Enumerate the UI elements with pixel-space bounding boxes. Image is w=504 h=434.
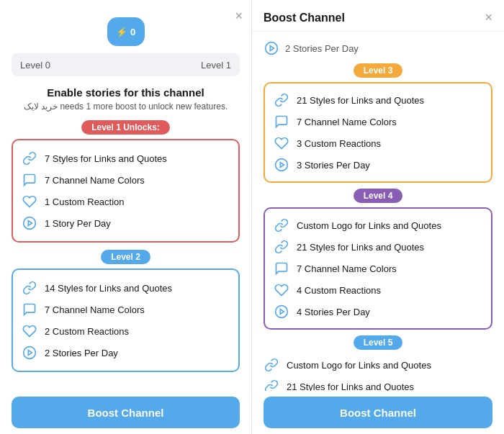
level2-item-1: 14 Styles for Links and Quotes	[22, 277, 230, 299]
svg-point-0	[24, 217, 36, 230]
level1-item-3: 1 Custom Reaction	[22, 191, 230, 212]
right-panel-title: Boost Channel	[264, 12, 345, 24]
close-button-right[interactable]: ×	[485, 10, 492, 25]
boost-count: 0	[130, 27, 135, 37]
svg-point-8	[276, 306, 288, 318]
level2-badge-container: Level 2	[12, 250, 240, 264]
level3-section: Level 3 21 Styles for Links and Quotes 7…	[264, 63, 492, 183]
level2-item-2-text: 7 Channel Name Colors	[45, 304, 145, 315]
level3-item-1-text: 21 Styles for Links and Quotes	[297, 95, 424, 106]
level2-item-3-text: 2 Custom Reactions	[45, 326, 129, 337]
level4-item-4: 4 Stories Per Day	[274, 301, 482, 322]
level1-item-2: 7 Channel Name Colors	[22, 169, 230, 191]
level2-feature-box: 14 Styles for Links and Quotes 7 Channel…	[12, 268, 240, 372]
level3-item-2: 7 Channel Name Colors	[274, 111, 482, 132]
right-panel: Boost Channel × 2 Stories Per Day Level …	[252, 0, 504, 434]
link-icon-r4-1	[274, 239, 289, 255]
link-icon-1	[22, 150, 37, 166]
svg-marker-7	[280, 163, 284, 168]
level4-item-4-text: 4 Stories Per Day	[297, 307, 370, 317]
level5-item-0-text: Custom Logo for Links and Quotes	[287, 360, 431, 371]
level4-item-0-text: Custom Logo for Links and Quotes	[297, 220, 441, 231]
level4-feature-box: Custom Logo for Links and Quotes 21 Styl…	[264, 207, 492, 330]
heart-icon-2	[22, 323, 37, 339]
channel-icon-1	[22, 172, 37, 188]
svg-marker-1	[28, 221, 32, 226]
right-panel-scroll[interactable]: 2 Stories Per Day Level 3 21 Styles for …	[252, 32, 504, 391]
level2-item-4: 2 Stories Per Day	[22, 342, 230, 363]
level3-item-2-text: 7 Channel Name Colors	[297, 117, 397, 127]
level5-badge: Level 5	[354, 335, 403, 350]
level4-badge: Level 4	[354, 189, 403, 203]
logo-icon-r5	[264, 357, 279, 373]
svg-marker-5	[270, 46, 274, 51]
channel-icon-2	[22, 302, 37, 317]
level4-item-1-text: 21 Styles for Links and Quotes	[297, 242, 424, 253]
level5-item-1: 21 Styles for Links and Quotes	[264, 376, 492, 391]
level5-badge-container: Level 5	[264, 335, 492, 350]
story-icon-2	[22, 345, 37, 361]
level2-badge: Level 2	[101, 250, 150, 264]
level1-item-1-text: 7 Styles for Links and Quotes	[45, 153, 167, 164]
right-panel-header: Boost Channel ×	[252, 0, 504, 32]
left-boost-button[interactable]: Boost Channel	[12, 397, 240, 428]
level1-item-4: 1 Story Per Day	[22, 212, 230, 234]
boost-icon-container: ⚡ 0	[12, 17, 240, 46]
level3-item-4-text: 3 Stories Per Day	[297, 160, 370, 171]
svg-marker-9	[280, 309, 284, 315]
level1-feature-box: 7 Styles for Links and Quotes 7 Channel …	[12, 139, 240, 243]
level3-badge: Level 3	[354, 63, 403, 78]
level4-item-2-text: 7 Channel Name Colors	[297, 263, 397, 274]
level5-feature-box: Custom Logo for Links and Quotes 21 Styl…	[264, 354, 492, 391]
story-icon-top	[264, 40, 279, 56]
level1-item-1: 7 Styles for Links and Quotes	[22, 148, 230, 169]
right-boost-button[interactable]: Boost Channel	[264, 397, 492, 428]
level3-item-3-text: 3 Custom Reactions	[297, 138, 381, 149]
svg-point-2	[24, 347, 36, 359]
top-item-row: 2 Stories Per Day	[264, 37, 492, 59]
app-wrapper: × ⚡ 0 Level 0 Level 1 Enable stories for…	[0, 0, 504, 434]
close-button-left[interactable]: ×	[235, 9, 243, 24]
heart-icon-r3	[274, 135, 289, 151]
story-icon-r3	[274, 157, 289, 173]
level5-section: Level 5 Custom Logo for Links and Quotes…	[264, 335, 492, 391]
level2-item-2: 7 Channel Name Colors	[22, 299, 230, 320]
svg-point-4	[266, 42, 278, 55]
channel-icon-r3	[274, 114, 289, 130]
level1-badge-container: Level 1 Unlocks:	[12, 120, 240, 135]
level4-item-2: 7 Channel Name Colors	[274, 258, 482, 279]
level3-feature-box: 21 Styles for Links and Quotes 7 Channel…	[264, 82, 492, 183]
level4-item-0: Custom Logo for Links and Quotes	[274, 214, 482, 236]
level4-badge-container: Level 4	[264, 189, 492, 203]
heart-icon-r4	[274, 282, 289, 298]
channel-title: Enable stories for this channel	[12, 86, 240, 99]
boost-icon: ⚡ 0	[107, 17, 145, 46]
link-icon-r5	[264, 379, 279, 391]
logo-icon-r4	[274, 217, 289, 233]
level5-item-1-text: 21 Styles for Links and Quotes	[287, 381, 414, 392]
channel-icon-r4	[274, 261, 289, 276]
level1-item-2-text: 7 Channel Name Colors	[45, 175, 145, 186]
lightning-icon: ⚡	[116, 27, 127, 37]
level4-item-3: 4 Custom Reactions	[274, 279, 482, 301]
level3-item-3: 3 Custom Reactions	[274, 132, 482, 154]
story-icon-1	[22, 215, 37, 231]
link-icon-2	[22, 280, 37, 296]
link-icon-r3-1	[274, 92, 289, 108]
level2-item-3: 2 Custom Reactions	[22, 320, 230, 342]
level-0-label: Level 0	[20, 60, 50, 71]
svg-marker-3	[28, 351, 32, 356]
level4-section: Level 4 Custom Logo for Links and Quotes…	[264, 189, 492, 330]
level2-item-4-text: 2 Stories Per Day	[45, 348, 118, 358]
top-item-text: 2 Stories Per Day	[285, 43, 359, 54]
level4-item-3-text: 4 Custom Reactions	[297, 285, 381, 296]
left-panel-content: ⚡ 0 Level 0 Level 1 Enable stories for t…	[0, 0, 251, 391]
svg-point-6	[276, 159, 288, 171]
level3-item-1: 21 Styles for Links and Quotes	[274, 89, 482, 111]
level-bar: Level 0 Level 1	[12, 53, 240, 76]
story-icon-r4	[274, 304, 289, 320]
left-panel: × ⚡ 0 Level 0 Level 1 Enable stories for…	[0, 0, 252, 434]
level4-item-1: 21 Styles for Links and Quotes	[274, 236, 482, 258]
level-1-label: Level 1	[201, 60, 231, 71]
level5-item-0: Custom Logo for Links and Quotes	[264, 354, 492, 376]
